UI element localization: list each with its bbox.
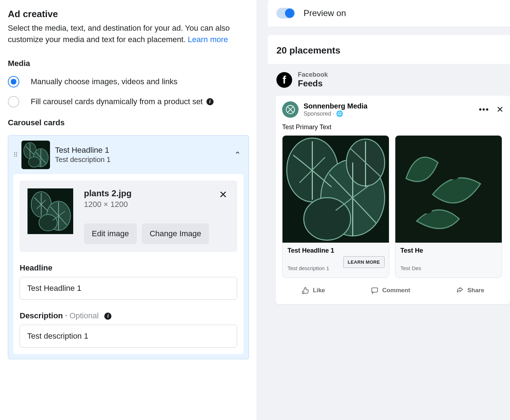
carousel-image — [395, 136, 502, 243]
carousel-preview-card-1[interactable]: Test Headline 1 LEARN MORE Test descript… — [282, 135, 389, 278]
media-option-manual[interactable]: Manually choose images, videos and links — [8, 76, 249, 87]
change-image-button[interactable]: Change Image — [142, 223, 209, 244]
headline-field-label: Headline — [20, 263, 237, 273]
carousel-card-header[interactable]: ⠿ Test Headline 1 Test description 1 ⌃ — [13, 141, 244, 169]
ad-sponsored-label: Sponsored · 🌐 — [304, 110, 368, 117]
carousel-section-title: Carousel cards — [8, 118, 249, 127]
info-icon[interactable]: i — [104, 313, 111, 320]
section-description: Select the media, text, and destination … — [8, 22, 249, 45]
comment-icon — [371, 287, 379, 294]
carousel-card: ⠿ Test Headline 1 Test description 1 ⌃ p… — [8, 135, 249, 359]
brand-avatar — [282, 101, 299, 118]
more-options-icon[interactable]: ••• — [479, 105, 489, 114]
like-icon — [301, 287, 309, 294]
comment-button[interactable]: Comment — [371, 287, 410, 294]
ad-primary-text: Test Primary Text — [276, 122, 510, 135]
section-title: Ad creative — [8, 9, 249, 20]
close-ad-icon[interactable]: ✕ — [496, 105, 504, 115]
edit-image-button[interactable]: Edit image — [84, 223, 137, 244]
carousel-card-body: plants 2.jpg 1200 × 1200 Edit image Chan… — [13, 174, 244, 354]
card-thumbnail — [21, 141, 50, 169]
info-icon[interactable]: i — [206, 98, 214, 105]
placement-name: Feeds — [298, 79, 328, 88]
card-description-text: Test description 1 — [55, 156, 231, 164]
media-option-dynamic[interactable]: Fill carousel cards dynamically from a p… — [8, 96, 249, 107]
like-button[interactable]: Like — [301, 287, 325, 294]
svg-rect-13 — [372, 288, 378, 292]
placement-type[interactable]: f Facebook Feeds — [268, 64, 510, 96]
preview-toggle[interactable] — [276, 8, 295, 19]
preview-panel: Preview on 20 placements f Facebook Feed… — [257, 0, 510, 420]
svg-point-2 — [29, 157, 40, 167]
share-button[interactable]: Share — [456, 287, 484, 294]
drag-handle-icon[interactable]: ⠿ — [13, 153, 19, 156]
globe-icon: 🌐 — [336, 111, 343, 117]
description-input[interactable] — [20, 325, 237, 348]
media-title: Media — [8, 59, 249, 68]
placements-title: 20 placements — [268, 35, 510, 64]
facebook-icon: f — [276, 72, 292, 88]
headline-input[interactable] — [20, 277, 237, 300]
ad-preview-card: Sonnenberg Media Sponsored · 🌐 ••• ✕ Tes… — [276, 96, 510, 304]
file-name: plants 2.jpg — [84, 188, 217, 198]
carousel-image — [282, 136, 389, 243]
ad-creative-panel: Ad creative Select the media, text, and … — [0, 0, 257, 420]
svg-point-5 — [39, 214, 57, 231]
radio-selected-icon[interactable] — [8, 76, 19, 87]
radio-unselected-icon[interactable] — [8, 96, 19, 107]
preview-card-headline: Test He — [400, 247, 497, 254]
ad-brand-name: Sonnenberg Media — [304, 102, 368, 110]
preview-toggle-label: Preview on — [304, 8, 346, 18]
card-headline-text: Test Headline 1 — [55, 146, 231, 155]
media-thumbnail — [28, 188, 73, 234]
learn-more-link[interactable]: Learn more — [188, 35, 228, 44]
description-field-label: Description · Optional i — [20, 311, 237, 320]
carousel-preview-card-2[interactable]: Test He Test Des — [395, 135, 502, 278]
carousel-track[interactable]: Test Headline 1 LEARN MORE Test descript… — [276, 135, 510, 278]
preview-card-description: Test Des — [400, 265, 497, 271]
cta-learn-more-button[interactable]: LEARN MORE — [343, 256, 385, 268]
file-dimensions: 1200 × 1200 — [84, 200, 217, 209]
ad-preview-header: Sonnenberg Media Sponsored · 🌐 ••• ✕ — [276, 96, 510, 122]
chevron-up-icon[interactable]: ⌃ — [231, 147, 244, 162]
share-icon — [456, 287, 464, 294]
remove-media-icon[interactable]: ✕ — [217, 188, 229, 201]
svg-point-12 — [422, 203, 433, 214]
placement-platform: Facebook — [298, 71, 328, 79]
preview-card-headline: Test Headline 1 — [288, 247, 384, 254]
media-box: plants 2.jpg 1200 × 1200 Edit image Chan… — [20, 181, 237, 252]
svg-point-11 — [448, 167, 460, 179]
preview-toggle-row: Preview on — [268, 0, 510, 26]
engagement-row: Like Comment Share — [276, 278, 510, 303]
